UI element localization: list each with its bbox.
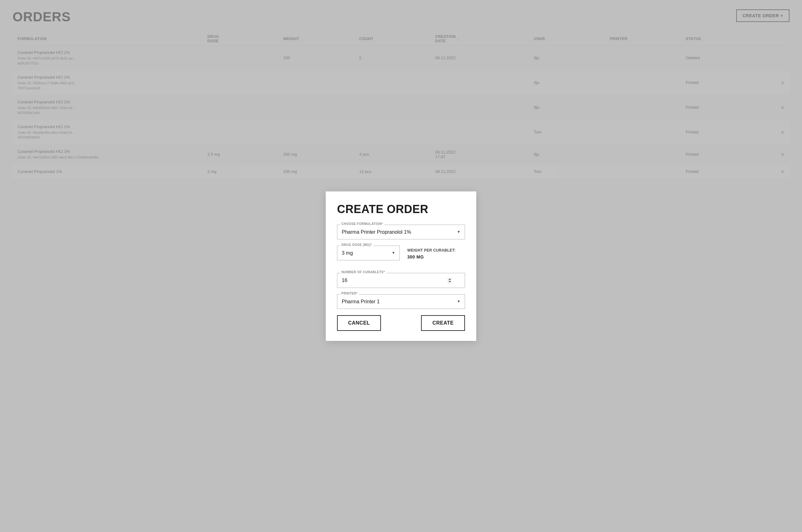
weight-per-curablet-value: 300 MG	[407, 254, 465, 260]
formulation-select-wrapper: Pharma Printer Propranolol 1% Curamel Pr…	[337, 225, 465, 240]
formulation-label: CHOOSE FORMULATION*	[340, 222, 384, 226]
printer-select-wrapper: Pharma Printer 1 Pharma Printer 2	[337, 294, 465, 309]
printer-label: PRINTER*	[340, 292, 359, 295]
weight-per-curablet-info: WEIGHT PER CURABLET: 300 MG	[407, 246, 465, 260]
curablets-label: NUMBER OF CURABLETS*	[340, 270, 386, 274]
drug-dose-select-wrapper: 1 mg 2 mg 2.5 mg 3 mg 5 mg	[337, 246, 400, 260]
modal-actions: CANCEL CREATE	[337, 315, 465, 331]
formulation-select[interactable]: Pharma Printer Propranolol 1% Curamel Pr…	[337, 225, 465, 240]
modal-overlay: CREATE ORDER CHOOSE FORMULATION* Pharma …	[0, 0, 802, 532]
formulation-field: CHOOSE FORMULATION* Pharma Printer Propr…	[337, 225, 465, 240]
drug-dose-field: DRUG DOSE (MG)* 1 mg 2 mg 2.5 mg 3 mg 5 …	[337, 246, 400, 260]
curablets-field: NUMBER OF CURABLETS*	[337, 273, 465, 288]
modal-title: CREATE ORDER	[337, 203, 465, 216]
create-button[interactable]: CREATE	[421, 315, 465, 331]
weight-per-curablet-label: WEIGHT PER CURABLET:	[407, 248, 465, 252]
printer-field: PRINTER* Pharma Printer 1 Pharma Printer…	[337, 294, 465, 309]
cancel-button[interactable]: CANCEL	[337, 315, 381, 331]
curablets-input[interactable]	[337, 273, 465, 288]
curablets-input-wrapper	[337, 273, 465, 288]
printer-select[interactable]: Pharma Printer 1 Pharma Printer 2	[337, 294, 465, 309]
drug-dose-row: DRUG DOSE (MG)* 1 mg 2 mg 2.5 mg 3 mg 5 …	[337, 246, 465, 267]
drug-dose-select[interactable]: 1 mg 2 mg 2.5 mg 3 mg 5 mg	[337, 246, 400, 260]
drug-dose-label: DRUG DOSE (MG)*	[340, 243, 373, 247]
modal-dialog: CREATE ORDER CHOOSE FORMULATION* Pharma …	[326, 191, 476, 341]
